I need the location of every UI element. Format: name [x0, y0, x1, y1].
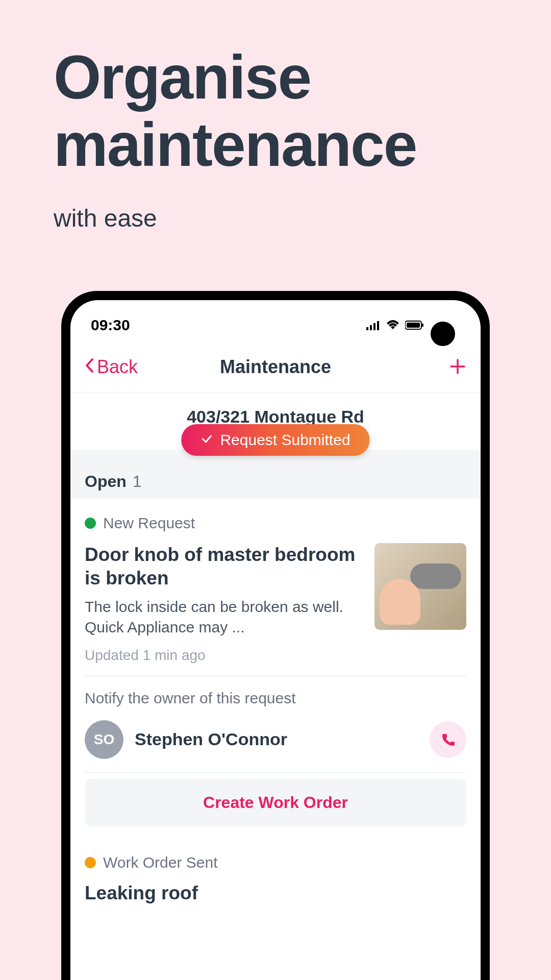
signal-icon	[366, 316, 381, 334]
request-title: Leaking roof	[85, 883, 466, 904]
request-tag: Work Order Sent	[103, 854, 218, 871]
request-thumbnail	[374, 543, 466, 630]
hero-title-line2: maintenance	[54, 111, 417, 178]
address-bar: 403/321 Montague Rd Request Submitted	[70, 393, 481, 450]
owner-row: SO Stephen O'Connor	[85, 720, 466, 759]
toast-request-submitted: Request Submitted	[181, 424, 369, 456]
check-icon	[201, 431, 213, 449]
phone-icon	[440, 732, 456, 747]
create-work-order-button[interactable]: Create Work Order	[85, 779, 466, 826]
page-title: Maintenance	[220, 356, 331, 378]
nav-bar: Back Maintenance	[70, 344, 481, 393]
request-tag: New Request	[103, 514, 195, 532]
back-button[interactable]: Back	[85, 356, 138, 378]
request-body: Door knob of master bedroom is broken Th…	[85, 543, 466, 638]
owner-avatar: SO	[85, 720, 123, 759]
hero-subtitle: with ease	[54, 204, 157, 232]
status-dot-icon	[85, 518, 96, 529]
svg-rect-0	[366, 327, 368, 330]
owner-name: Stephen O'Connor	[135, 729, 418, 749]
phone-screen: 09:30 Back Maintenance	[70, 300, 481, 980]
chevron-left-icon	[85, 356, 94, 378]
wifi-icon	[386, 316, 400, 334]
battery-icon	[405, 316, 424, 334]
status-icons	[366, 316, 424, 334]
svg-rect-3	[377, 321, 379, 330]
request-title: Door knob of master bedroom is broken	[85, 543, 364, 591]
status-time: 09:30	[91, 316, 130, 334]
request-description: The lock inside can be broken as well. Q…	[85, 597, 364, 638]
plus-icon	[449, 358, 466, 375]
section-label: Open	[85, 472, 127, 491]
section-header-open: Open 1	[70, 450, 481, 499]
phone-camera	[431, 322, 455, 346]
section-count: 1	[133, 472, 142, 491]
call-button[interactable]	[430, 721, 466, 758]
hero-title: Organise maintenance	[54, 43, 417, 178]
notify-title: Notify the owner of this request	[85, 690, 466, 707]
svg-rect-1	[370, 325, 372, 330]
hero-title-line1: Organise	[54, 43, 417, 111]
request-text: Door knob of master bedroom is broken Th…	[85, 543, 364, 638]
request-card[interactable]: New Request Door knob of master bedroom …	[70, 499, 481, 676]
svg-rect-5	[407, 323, 420, 328]
back-label: Back	[97, 356, 138, 378]
request-card[interactable]: Work Order Sent Leaking roof	[70, 841, 481, 909]
request-updated: Updated 1 min ago	[85, 647, 466, 664]
request-tag-row: Work Order Sent	[85, 854, 466, 871]
request-tag-row: New Request	[85, 514, 466, 532]
divider	[85, 772, 466, 773]
phone-frame: 09:30 Back Maintenance	[61, 291, 490, 980]
status-dot-icon	[85, 857, 96, 868]
toast-label: Request Submitted	[220, 431, 350, 449]
status-bar: 09:30	[70, 300, 481, 344]
svg-rect-2	[373, 323, 375, 330]
notify-section: Notify the owner of this request SO Step…	[70, 676, 481, 772]
address-text: 403/321 Montague Rd	[187, 407, 364, 426]
svg-rect-6	[422, 324, 423, 327]
add-button[interactable]	[449, 353, 466, 381]
